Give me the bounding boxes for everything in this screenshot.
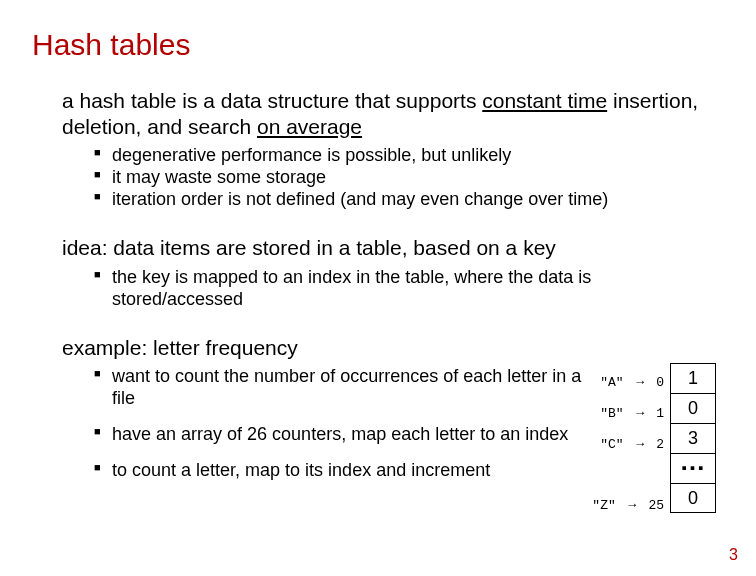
example-text-column: example: letter frequency want to count … [62,335,582,496]
intro-text: a hash table is a data structure that su… [62,88,716,139]
slide-title: Hash tables [32,28,716,62]
idea-text: idea: data items are stored in a table, … [62,235,716,261]
map-index: 1 [656,406,664,421]
map-row: "B" → 1 [582,398,664,429]
map-row: "C" → 2 [582,429,664,460]
underline-constant-time: constant time [482,89,607,112]
map-index: 25 [648,498,664,513]
bullet-item: it may waste some storage [94,167,716,189]
bullet-item: degenerative performance is possible, bu… [94,145,716,167]
array-cell: 0 [670,393,716,423]
bullet-item: the key is mapped to an index in the tab… [94,267,716,311]
map-key: "A" [600,375,623,390]
arrow-icon: → [624,497,641,512]
arrow-icon: → [631,436,648,451]
page-number: 3 [729,546,738,564]
map-index: 2 [656,437,664,452]
section-example: example: letter frequency want to count … [62,335,716,521]
map-key: "Z" [592,498,615,513]
map-row: "Z" → 25 [582,490,664,521]
arrow-icon: → [631,405,648,420]
bullet-item: iteration order is not defined (and may … [94,189,716,211]
bullet-item: have an array of 26 counters, map each l… [94,424,582,446]
array-cell-ellipsis: … [670,453,716,483]
map-index: 0 [656,375,664,390]
intro-bullets: degenerative performance is possible, bu… [94,145,716,211]
section-intro: a hash table is a data structure that su… [62,88,716,211]
arrow-icon: → [631,374,648,389]
map-row: "A" → 0 [582,367,664,398]
example-heading: example: letter frequency [62,335,582,361]
idea-bullets: the key is mapped to an index in the tab… [94,267,716,311]
map-key: "B" [600,406,623,421]
array-cell: 0 [670,483,716,513]
map-key: "C" [600,437,623,452]
counter-array: 1 0 3 … 0 [670,335,716,513]
array-cell: 1 [670,363,716,393]
section-idea: idea: data items are stored in a table, … [62,235,716,311]
hash-mapping-column: "A" → 0 "B" → 1 "C" → 2 "Z" → 25 [582,335,670,521]
bullet-item: to count a letter, map to its index and … [94,460,582,482]
example-bullets: want to count the number of occurrences … [94,366,582,482]
text-fragment: a hash table is a data structure that su… [62,89,482,112]
underline-on-average: on average [257,115,362,138]
bullet-item: want to count the number of occurrences … [94,366,582,410]
map-row [582,460,664,490]
